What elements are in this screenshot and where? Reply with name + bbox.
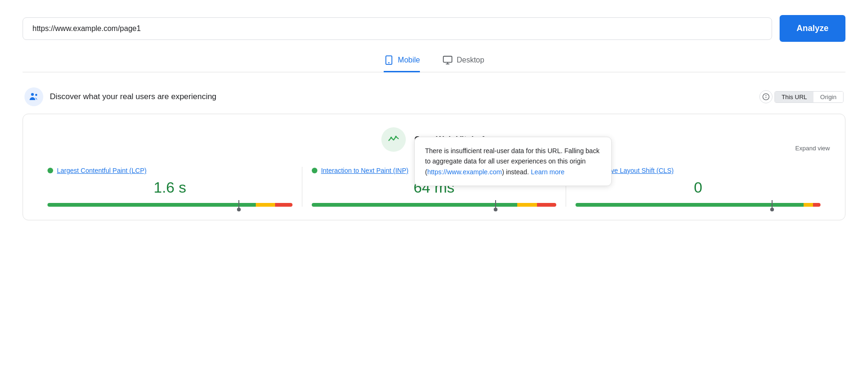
section-title: Discover what your real users are experi… xyxy=(50,92,216,101)
lcp-label-text: Largest Contentful Paint (LCP) xyxy=(57,167,147,174)
cls-bar-track xyxy=(576,203,821,207)
lcp-marker xyxy=(238,200,239,210)
inp-bar-wrapper xyxy=(312,203,557,207)
lcp-dot xyxy=(47,168,53,173)
section-header-left: Discover what your real users are experi… xyxy=(24,87,216,106)
section-header-right: This URL Origin xyxy=(759,90,844,103)
cls-bar-orange xyxy=(804,203,813,207)
this-url-button[interactable]: This URL xyxy=(775,92,813,102)
section-icon xyxy=(24,87,43,106)
desktop-icon xyxy=(442,55,453,65)
tabs-row: Mobile Desktop xyxy=(23,55,845,72)
svg-point-6 xyxy=(35,94,37,96)
tab-mobile[interactable]: Mobile xyxy=(384,55,420,72)
inp-label-text: Interaction to Next Paint (INP) xyxy=(321,167,409,174)
lcp-bar-track xyxy=(47,203,292,207)
inp-marker xyxy=(495,200,496,210)
svg-rect-2 xyxy=(443,56,452,62)
inp-marker-pin xyxy=(494,208,497,211)
lcp-bar-wrapper xyxy=(47,203,292,207)
url-input-wrapper xyxy=(23,17,772,40)
analyze-button[interactable]: Analyze xyxy=(780,15,845,42)
lcp-bar-green xyxy=(47,203,256,207)
info-button[interactable] xyxy=(759,90,773,103)
users-icon xyxy=(28,91,39,102)
tooltip-text2: ) instead. xyxy=(502,168,530,176)
inp-bar-track xyxy=(312,203,557,207)
cls-bar-wrapper xyxy=(576,203,821,207)
inp-dot xyxy=(312,168,317,173)
lcp-value: 1.6 s xyxy=(47,179,292,196)
svg-point-12 xyxy=(395,136,397,138)
main-card: Core Web Vitals A There is insufficient … xyxy=(23,114,845,220)
lcp-marker-pin xyxy=(237,208,241,211)
cls-bar-green xyxy=(576,203,803,207)
cwv-header: Core Web Vitals A There is insufficient … xyxy=(38,127,830,152)
svg-point-5 xyxy=(31,93,34,96)
cwv-icon xyxy=(387,132,401,147)
url-origin-toggle: This URL Origin xyxy=(774,91,844,103)
tab-mobile-label: Mobile xyxy=(398,56,420,64)
url-bar-row: Analyze xyxy=(23,15,845,42)
tooltip-link[interactable]: https://www.example.com xyxy=(427,168,502,176)
cls-bar-red xyxy=(813,203,821,207)
learn-more-link[interactable]: Learn more xyxy=(531,168,565,176)
inp-bar-green xyxy=(312,203,517,207)
tab-desktop[interactable]: Desktop xyxy=(442,55,484,72)
lcp-bar-orange xyxy=(256,203,276,207)
cls-marker xyxy=(772,200,773,210)
mobile-icon xyxy=(384,55,394,65)
svg-point-11 xyxy=(390,137,392,139)
lcp-label[interactable]: Largest Contentful Paint (LCP) xyxy=(47,167,292,174)
origin-button[interactable]: Origin xyxy=(813,92,843,102)
cwv-icon-circle xyxy=(381,127,406,152)
cls-marker-pin xyxy=(770,208,774,211)
metric-lcp: Largest Contentful Paint (LCP) 1.6 s xyxy=(38,167,302,207)
tab-desktop-label: Desktop xyxy=(457,56,484,64)
inp-bar-orange xyxy=(517,203,537,207)
expand-view-link[interactable]: Expand view xyxy=(795,145,830,152)
cls-label[interactable]: Cumulative Layout Shift (CLS) xyxy=(576,167,821,174)
section-header: Discover what your real users are experi… xyxy=(23,87,845,106)
lcp-bar-red xyxy=(275,203,292,207)
info-icon xyxy=(762,93,770,101)
cls-value: 0 xyxy=(576,179,821,196)
url-input[interactable] xyxy=(32,24,762,33)
tooltip-box: There is insufficient real-user data for… xyxy=(414,137,612,186)
inp-bar-red xyxy=(537,203,557,207)
